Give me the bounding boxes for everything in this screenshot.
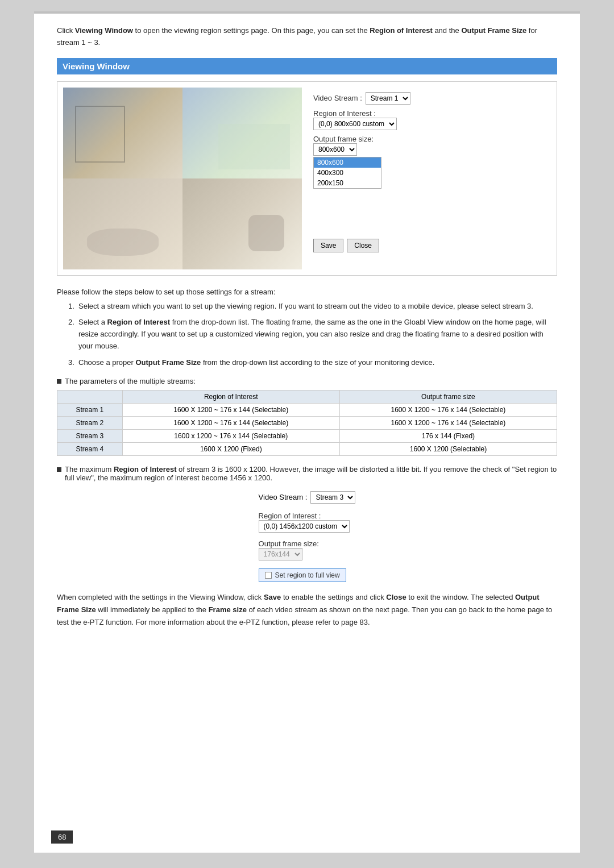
stream3-video-row: Video Stream : Stream 3 Stream 1 Stream … [259,491,356,504]
save-button[interactable]: Save [313,239,343,252]
step2-bold1: Region of Interest [107,318,171,326]
closing-paragraph: When completed with the settings in the … [57,591,557,629]
region-select-row: (0,0) 800x600 custom [313,118,551,130]
steps-intro-text: Please follow the steps below to set up … [57,288,275,296]
set-region-checkbox[interactable] [265,572,272,579]
page-number: 68 [51,830,73,844]
step3-text1: Choose a proper [78,358,135,367]
step2-num: 2. [68,317,74,329]
step1-num: 1. [68,301,74,313]
table-row: Stream 1 1600 X 1200 ~ 176 x 144 (Select… [57,403,557,416]
step-1: 1. Select a stream which you want to set… [68,301,557,313]
table-row: Stream 4 1600 X 1200 (Fixed) 1600 X 1200… [57,442,557,455]
td-stream: Stream 1 [57,403,123,416]
closing-frame-bold: Frame size [209,605,247,614]
page: Click Viewing Window to open the viewing… [34,11,580,853]
viewing-window-box: Video Stream : Stream 1 Stream 2 Stream … [57,81,557,276]
roi-note-bullet: The maximum Region of Interest of stream… [57,465,557,482]
step-2: 2. Select a Region of Interest from the … [68,317,557,352]
viewing-window-title: Viewing Window [63,61,130,71]
closing-output-bold: Output Frame Size [57,593,540,614]
img-cell-top-right [182,88,302,178]
stream3-video-label: Video Stream : [259,493,308,501]
top-bar [34,11,580,14]
stream3-region-select[interactable]: (0,0) 1456x1200 custom [259,520,350,533]
stream3-region-label: Region of Interest : [259,512,350,520]
step3-num: 3. [68,357,74,369]
stream3-output-section: Output frame size: 176x144 [259,539,319,560]
closing-close-bold: Close [386,593,406,601]
params-bullet-icon [57,379,61,384]
step3-bold1: Output Frame Size [135,358,201,367]
step1-text: Select a stream which you want to set up… [78,302,533,310]
roi-bold: Region of Interest [114,465,177,474]
img-cell-top-left [63,88,182,178]
img-cell-bottom-right [182,178,302,269]
td-stream: Stream 4 [57,442,123,455]
set-region-label: Set region to full view [275,571,340,579]
th-stream [57,390,123,403]
close-button[interactable]: Close [347,239,379,252]
table-row: Stream 2 1600 X 1200 ~ 176 x 144 (Select… [57,416,557,429]
step2-text1: Select a [78,318,107,326]
output-select[interactable]: 800x600 400x300 200x150 [313,143,357,156]
stream3-box: Video Stream : Stream 3 Stream 1 Stream … [57,491,557,582]
img-cell-bottom-left [63,178,182,269]
video-stream-select[interactable]: Stream 1 Stream 2 Stream 3 Stream 4 [366,92,410,105]
stream3-output-select[interactable]: 176x144 [259,548,302,560]
params-bullet-text: The parameters of the multiple streams: [65,377,196,385]
btn-row: Save Close [313,239,551,252]
td-stream: Stream 2 [57,416,123,429]
step3-text2: from the drop-down list according to the… [201,358,434,367]
td-roi: 1600 X 1200 ~ 176 x 144 (Selectable) [122,416,339,429]
output-option-400x300[interactable]: 400x300 [314,168,381,178]
stream3-region-select-row: (0,0) 1456x1200 custom [259,520,350,533]
stream3-output-row: 176x144 [259,548,319,560]
td-roi: 1600 x 1200 ~ 176 x 144 (Selectable) [122,429,339,442]
td-stream: Stream 3 [57,429,123,442]
output-option-200x150[interactable]: 200x150 [314,178,381,188]
stream3-video-select[interactable]: Stream 3 Stream 1 Stream 2 Stream 4 [310,491,355,504]
params-bullet: The parameters of the multiple streams: [57,377,557,385]
video-stream-row: Video Stream : Stream 1 Stream 2 Stream … [313,92,551,105]
roi-note-text: The maximum Region of Interest of stream… [65,465,557,482]
steps-intro: Please follow the steps below to set up … [57,286,557,369]
td-output: 1600 X 1200 ~ 176 x 144 (Selectable) [339,403,557,416]
output-option-800x600[interactable]: 800x600 [314,157,381,168]
closing-save-bold: Save [264,593,281,601]
step-3: 3. Choose a proper Output Frame Size fro… [68,357,557,369]
intro-paragraph: Click Viewing Window to open the viewing… [57,25,557,49]
td-output: 176 x 144 (Fixed) [339,429,557,442]
stream3-output-label: Output frame size: [259,539,319,548]
output-dropdown-list: 800x600 400x300 200x150 [313,157,381,189]
controls-panel: Video Stream : Stream 1 Stream 2 Stream … [313,88,551,269]
viewing-window-header: Viewing Window [57,58,557,74]
roi-note-icon [57,467,61,472]
output-label: Output frame size: [313,135,551,143]
td-output: 1600 X 1200 ~ 176 x 144 (Selectable) [339,416,557,429]
set-region-button[interactable]: Set region to full view [259,568,346,582]
table-header-row: Region of Interest Output frame size [57,390,557,403]
th-roi: Region of Interest [122,390,339,403]
camera-preview [63,88,302,269]
output-dropdown-row: 800x600 400x300 200x150 [313,143,551,156]
td-output: 1600 X 1200 (Selectable) [339,442,557,455]
stream3-region-section: Region of Interest : (0,0) 1456x1200 cus… [259,512,350,533]
th-output: Output frame size [339,390,557,403]
td-roi: 1600 X 1200 (Fixed) [122,442,339,455]
td-roi: 1600 X 1200 ~ 176 x 144 (Selectable) [122,403,339,416]
table-row: Stream 3 1600 x 1200 ~ 176 x 144 (Select… [57,429,557,442]
output-section: Output frame size: 800x600 400x300 200x1… [313,135,551,189]
params-table: Region of Interest Output frame size Str… [57,390,557,456]
img-grid [63,88,302,269]
region-section: Region of Interest : (0,0) 800x600 custo… [313,109,551,130]
stream3-inner: Video Stream : Stream 3 Stream 1 Stream … [259,491,356,582]
video-stream-label: Video Stream : [313,94,362,102]
region-select[interactable]: (0,0) 800x600 custom [313,118,397,130]
region-label: Region of Interest : [313,109,551,118]
